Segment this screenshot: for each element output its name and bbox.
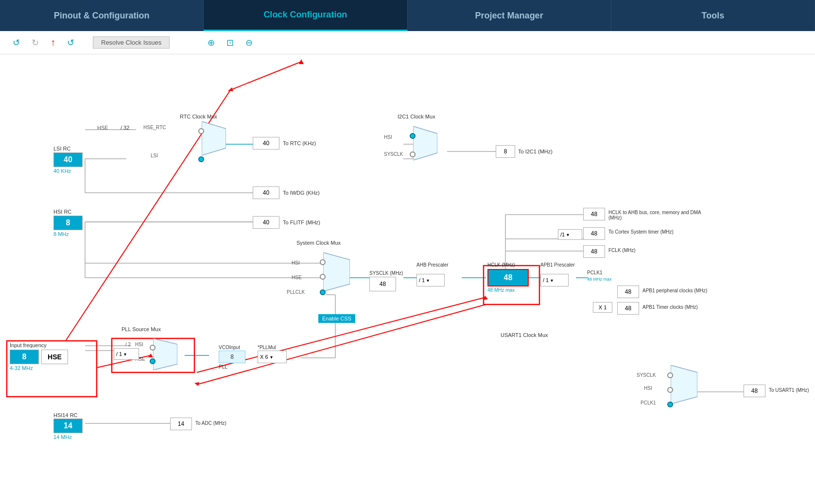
cortex-timer-label: To Cortex System timer (MHz) [608, 229, 706, 235]
to-rtc-value: 40 [253, 137, 279, 150]
tab-clock[interactable]: Clock Configuration [204, 0, 407, 31]
hsi14-rc-freq: 14 MHz [53, 434, 72, 440]
ahb-prescaler-dropdown[interactable]: / 1 [416, 274, 445, 286]
tab-pinout[interactable]: Pinout & Configuration [0, 0, 204, 31]
usart1-sysclk-label: SYSCLK [637, 372, 656, 378]
apb1-periph-value: 48 [617, 286, 639, 298]
usart1-pclk1-label: PCLK1 [641, 400, 656, 405]
enable-css-button[interactable]: Enable CSS [318, 314, 355, 323]
input-freq-label: Input frequency [10, 342, 47, 348]
diagram-overlay [0, 54, 815, 504]
usart1-dot3[interactable] [667, 402, 673, 407]
refresh-button[interactable]: ↺ [64, 36, 77, 49]
pclk1-label: PCLK1 [587, 270, 603, 275]
rtc-mux-dot1[interactable] [198, 128, 204, 134]
hclk-div1-dropdown[interactable]: /1 [558, 229, 582, 240]
zoom-in-button[interactable]: ⊕ [205, 36, 218, 49]
usart1-hsi-label: HSI [644, 386, 652, 391]
svg-marker-39 [299, 59, 304, 64]
apb1-periph-label: APB1 peripheral clocks (MHz) [642, 288, 740, 293]
tab-project[interactable]: Project Manager [408, 0, 611, 31]
tab-tools[interactable]: Tools [611, 0, 815, 31]
to-adc-value: 14 [170, 418, 192, 430]
usart1-mux-shape [671, 365, 697, 404]
pll-src-dot1[interactable] [150, 345, 156, 351]
hsi-rc-freq: 8 MHz [53, 231, 69, 237]
zoom-out-button[interactable]: ⊖ [243, 36, 256, 49]
to-iwdg-label: To IWDG (KHz) [283, 190, 320, 196]
hse-label-box: HSE [41, 350, 68, 364]
to-flitf-label: To FLITF (MHz) [283, 219, 320, 225]
apb1-prescaler-dropdown[interactable]: / 1 [540, 274, 569, 286]
hclk-value: 48 [487, 269, 529, 286]
hse-rtc-label: HSE [97, 125, 108, 131]
sysclk-mhz-label: SYSCLK (MHz) [369, 270, 403, 276]
usart1-dot1[interactable] [667, 372, 673, 378]
redo-button[interactable]: ↻ [29, 36, 42, 49]
pll-src-hsi-label: HSI [135, 342, 143, 347]
pll-source-mux-shape [153, 338, 177, 370]
hse-rtc-out-label: HSE_RTC [143, 125, 166, 130]
to-adc-label: To ADC (MHz) [195, 420, 226, 426]
to-flitf-value: 40 [253, 216, 279, 229]
sys-pllclk-label: PLLCLK [287, 289, 305, 295]
arrow-button[interactable]: ↑ [48, 36, 58, 49]
hsi-rc-label: HSI RC [53, 209, 71, 215]
vco-input-label: VCOInput [219, 345, 240, 350]
svg-marker-43 [483, 296, 488, 300]
svg-marker-48 [202, 121, 226, 155]
i2c1-mux-dot2[interactable] [410, 151, 416, 157]
rtc-mux-dot2[interactable] [198, 156, 204, 162]
pll-source-mux-label: PLL Source Mux [121, 326, 161, 332]
rtc-mux-shape [202, 121, 226, 155]
cortex-timer-value: 48 [583, 227, 605, 240]
sys-hsi-label: HSI [292, 260, 300, 266]
pll-src-dot2[interactable] [150, 358, 156, 364]
hse-div32-label: / 32 [121, 125, 129, 131]
pllmul-dropdown[interactable]: X 6 [258, 351, 287, 363]
apb1-timer-value: 48 [617, 302, 639, 315]
svg-line-38 [228, 62, 301, 91]
to-usart1-label: To USART1 (MHz) [769, 387, 809, 393]
hclk-ahb-label: HCLK to AHB bus, core, memory and DMA (M… [608, 210, 706, 220]
sys-clk-mux-shape [323, 252, 350, 291]
pll-text-label: PLL [219, 364, 227, 370]
i2c1-sysclk-label: SYSCLK [384, 151, 403, 157]
rtc-mux-label: RTC Clock Mux [180, 114, 217, 119]
undo-button[interactable]: ↺ [10, 36, 23, 49]
hsi14-rc-value: 14 [53, 419, 83, 433]
pllmul-label: *PLLMul [258, 345, 276, 350]
i2c1-mux-shape [413, 126, 437, 160]
resolve-clock-button[interactable]: Resolve Clock Issues [93, 36, 170, 49]
svg-marker-52 [153, 338, 177, 370]
i2c1-mux-dot1[interactable] [410, 133, 416, 139]
fclk-value: 48 [583, 245, 605, 258]
vco-value: 8 [219, 351, 245, 363]
to-i2c1-label: To I2C1 (MHz) [518, 149, 553, 154]
header-tabs: Pinout & Configuration Clock Configurati… [0, 0, 815, 31]
fclk-label: FCLK (MHz) [608, 248, 636, 253]
svg-marker-41 [148, 353, 153, 357]
apb1-prescaler-label: APB1 Prescaler [540, 262, 575, 268]
zoom-fit-button[interactable]: ⊡ [224, 36, 237, 49]
sys-clk-dot1[interactable] [320, 259, 326, 265]
to-i2c1-value: 8 [496, 145, 515, 158]
sys-clk-dot2[interactable] [320, 274, 326, 280]
hclk-max-label: 48 MHz max [487, 287, 515, 293]
svg-marker-50 [323, 252, 350, 291]
svg-marker-45 [194, 382, 199, 386]
pll-src-div-dropdown[interactable]: / 1 [114, 348, 139, 360]
clock-diagram: LSI RC 40 40 KHz HSI RC 8 8 MHz Input fr… [0, 54, 815, 504]
lsi-rc-freq: 40 KHz [53, 168, 71, 174]
sys-clk-dot3[interactable] [320, 289, 326, 295]
to-iwdg-value: 40 [253, 186, 279, 199]
i2c1-hsi-label: HSI [384, 134, 392, 140]
usart1-dot2[interactable] [667, 387, 673, 393]
hse-value: 8 [10, 350, 39, 364]
hsi-div2-label: / 2 [125, 342, 131, 347]
hsi-rc-value: 8 [53, 216, 83, 230]
sysclk-value: 48 [369, 277, 396, 291]
to-rtc-label: To RTC (KHz) [283, 140, 316, 146]
hclk-ahb-value: 48 [583, 208, 605, 220]
sys-hse-label: HSE [292, 275, 302, 280]
